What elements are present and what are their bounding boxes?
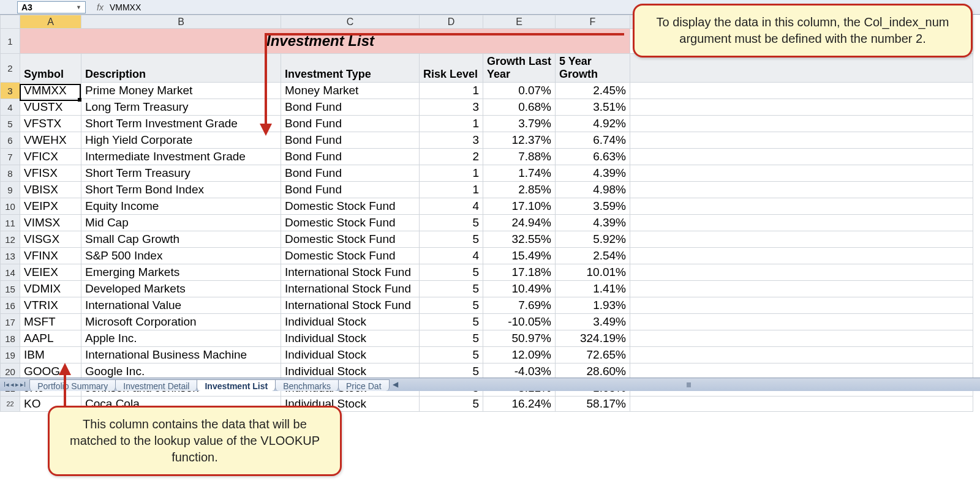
cell-investment-type[interactable]: Bond Fund	[281, 149, 420, 165]
cell-5-year-growth[interactable]: 324.19%	[556, 330, 630, 347]
tab-scroll-indicator-icon[interactable]: ◀	[393, 378, 398, 391]
cell-symbol[interactable]: VEIPX	[20, 198, 81, 215]
sheet-tab[interactable]: Benchmarks	[275, 379, 339, 391]
row-header-5[interactable]: 5	[1, 116, 20, 132]
formula-input[interactable]: VMMXX	[110, 2, 141, 12]
cell-symbol[interactable]: VTRIX	[20, 297, 81, 314]
cell-investment-type[interactable]: Money Market	[281, 83, 420, 99]
cell-5-year-growth[interactable]: 4.92%	[556, 116, 630, 132]
cell-risk-level[interactable]: 4	[420, 248, 483, 264]
cell-blank[interactable]	[630, 297, 973, 314]
cell-blank[interactable]	[630, 264, 973, 281]
header-investment-type[interactable]: Investment Type	[281, 54, 420, 83]
cell-description[interactable]: Mid Cap	[81, 215, 281, 231]
row-header-19[interactable]: 19	[1, 347, 20, 363]
cell-risk-level[interactable]: 2	[420, 149, 483, 165]
row-header-14[interactable]: 14	[1, 264, 20, 281]
cell-symbol[interactable]: VMMXX	[20, 83, 81, 99]
cell-symbol[interactable]: AAPL	[20, 330, 81, 347]
col-header-C[interactable]: C	[281, 15, 420, 29]
cell-symbol[interactable]: VDMIX	[20, 281, 81, 297]
cell-5-year-growth[interactable]: 4.39%	[556, 215, 630, 231]
cell-description[interactable]: Long Term Treasury	[81, 99, 281, 116]
cell-risk-level[interactable]: 5	[420, 231, 483, 248]
cell-description[interactable]: International Business Machine	[81, 347, 281, 363]
cell-5-year-growth[interactable]: 4.98%	[556, 182, 630, 198]
row-header-4[interactable]: 4	[1, 99, 20, 116]
cell-growth-last-year[interactable]: 1.74%	[483, 165, 556, 182]
row-header-18[interactable]: 18	[1, 330, 20, 347]
cell-blank[interactable]	[630, 54, 973, 83]
cell-growth-last-year[interactable]: 16.24%	[483, 397, 556, 412]
cell-description[interactable]: S&P 500 Index	[81, 248, 281, 264]
cell-risk-level[interactable]: 5	[420, 397, 483, 412]
cell-risk-level[interactable]: 1	[420, 116, 483, 132]
cell-growth-last-year[interactable]: 0.07%	[483, 83, 556, 99]
cell-5-year-growth[interactable]: 2.54%	[556, 248, 630, 264]
col-header-F[interactable]: F	[556, 15, 630, 29]
cell-investment-type[interactable]: Domestic Stock Fund	[281, 215, 420, 231]
spreadsheet-grid[interactable]: A B C D E F 1 Investment List 2 Symbol D…	[0, 15, 980, 412]
sheet-tab[interactable]: Portfolio Summary	[29, 379, 116, 391]
col-header-E[interactable]: E	[483, 15, 556, 29]
cell-blank[interactable]	[630, 99, 973, 116]
cell-blank[interactable]	[630, 215, 973, 231]
cell-symbol[interactable]: IBM	[20, 347, 81, 363]
cell-growth-last-year[interactable]: 12.37%	[483, 132, 556, 149]
cell-risk-level[interactable]: 5	[420, 314, 483, 330]
cell-growth-last-year[interactable]: 2.85%	[483, 182, 556, 198]
select-all-corner[interactable]	[1, 15, 20, 29]
sheet-tab[interactable]: Price Dat	[338, 379, 390, 391]
cell-description[interactable]: Short Term Treasury	[81, 165, 281, 182]
sheet-tab[interactable]: Investment Detail	[115, 379, 197, 391]
cell-description[interactable]: Short Term Investment Grade	[81, 116, 281, 132]
cell-risk-level[interactable]: 5	[420, 264, 483, 281]
cell-5-year-growth[interactable]: 5.92%	[556, 231, 630, 248]
row-header-22[interactable]: 22	[1, 397, 20, 412]
cell-5-year-growth[interactable]: 6.63%	[556, 149, 630, 165]
row-header-7[interactable]: 7	[1, 149, 20, 165]
row-header-10[interactable]: 10	[1, 198, 20, 215]
col-header-A[interactable]: A	[20, 15, 81, 29]
cell-growth-last-year[interactable]: 12.09%	[483, 347, 556, 363]
cell-investment-type[interactable]: Bond Fund	[281, 132, 420, 149]
row-header-13[interactable]: 13	[1, 248, 20, 264]
fx-icon[interactable]: fx	[97, 2, 104, 12]
row-header-17[interactable]: 17	[1, 314, 20, 330]
cell-symbol[interactable]: VFICX	[20, 149, 81, 165]
row-header-12[interactable]: 12	[1, 231, 20, 248]
cell-growth-last-year[interactable]: 15.49%	[483, 248, 556, 264]
cell-growth-last-year[interactable]: 3.79%	[483, 116, 556, 132]
header-growth-last-year[interactable]: Growth Last Year	[483, 54, 556, 83]
row-header-8[interactable]: 8	[1, 165, 20, 182]
cell-risk-level[interactable]: 4	[420, 198, 483, 215]
row-header-1[interactable]: 1	[1, 29, 20, 54]
col-header-D[interactable]: D	[420, 15, 483, 29]
cell-5-year-growth[interactable]: 4.39%	[556, 165, 630, 182]
row-header-16[interactable]: 16	[1, 297, 20, 314]
cell-risk-level[interactable]: 1	[420, 83, 483, 99]
cell-symbol[interactable]: VEIEX	[20, 264, 81, 281]
cell-blank[interactable]	[630, 397, 973, 412]
cell-description[interactable]: Emerging Markets	[81, 264, 281, 281]
cell-blank[interactable]	[630, 330, 973, 347]
cell-5-year-growth[interactable]: 72.65%	[556, 347, 630, 363]
name-box[interactable]: A3 ▼	[17, 1, 86, 13]
cell-risk-level[interactable]: 3	[420, 132, 483, 149]
row-header-15[interactable]: 15	[1, 281, 20, 297]
cell-growth-last-year[interactable]: 10.49%	[483, 281, 556, 297]
cell-risk-level[interactable]: 1	[420, 165, 483, 182]
row-header-3[interactable]: 3	[1, 83, 20, 99]
cell-blank[interactable]	[630, 231, 973, 248]
row-header-11[interactable]: 11	[1, 215, 20, 231]
cell-risk-level[interactable]: 5	[420, 347, 483, 363]
cell-blank[interactable]	[630, 165, 973, 182]
cell-blank[interactable]	[630, 248, 973, 264]
row-header-6[interactable]: 6	[1, 132, 20, 149]
cell-5-year-growth[interactable]: 1.93%	[556, 297, 630, 314]
cell-investment-type[interactable]: Individual Stock	[281, 347, 420, 363]
cell-growth-last-year[interactable]: -10.05%	[483, 314, 556, 330]
cell-investment-type[interactable]: International Stock Fund	[281, 281, 420, 297]
cell-investment-type[interactable]: Bond Fund	[281, 116, 420, 132]
name-box-dropdown-icon[interactable]: ▼	[76, 4, 81, 10]
